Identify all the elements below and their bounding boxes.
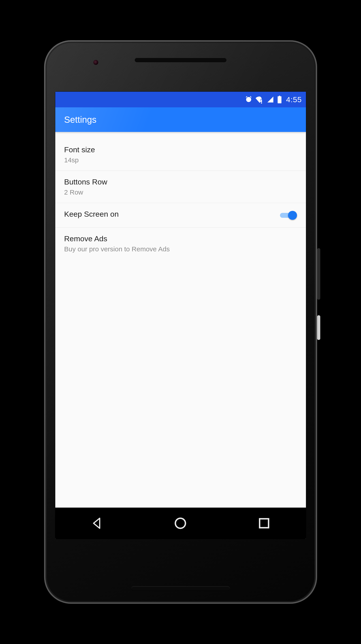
volume-button <box>317 248 320 300</box>
bottom-speaker <box>131 586 230 591</box>
setting-item-buttons-row[interactable]: Buttons Row 2 Row <box>55 171 306 203</box>
setting-value: 14sp <box>64 156 297 164</box>
svg-rect-1 <box>261 103 262 104</box>
keep-screen-toggle[interactable] <box>280 211 297 220</box>
setting-title: Buttons Row <box>64 178 297 186</box>
wifi-icon <box>256 96 264 104</box>
setting-value: Buy our pro version to Remove Ads <box>64 245 297 253</box>
svg-point-2 <box>175 518 186 528</box>
svg-rect-3 <box>260 519 269 528</box>
status-clock: 4:55 <box>286 95 302 104</box>
front-camera <box>93 60 98 65</box>
svg-rect-0 <box>261 100 262 102</box>
phone-frame: 4:55 Settings Font size 14sp <box>44 40 317 604</box>
status-bar: 4:55 <box>55 92 306 107</box>
alarm-icon <box>245 96 252 103</box>
settings-list: Font size 14sp Buttons Row 2 Row Keep Sc… <box>55 132 306 508</box>
setting-title: Keep Screen on <box>64 210 275 218</box>
screen: 4:55 Settings Font size 14sp <box>55 92 306 539</box>
setting-item-keep-screen[interactable]: Keep Screen on <box>55 203 306 228</box>
setting-title: Font size <box>64 145 297 154</box>
nav-back-button[interactable] <box>90 516 104 530</box>
app-bar: Settings <box>55 107 306 132</box>
cellular-icon <box>267 96 274 103</box>
setting-title: Remove Ads <box>64 234 297 243</box>
battery-icon <box>277 96 282 103</box>
earpiece <box>135 58 226 62</box>
setting-item-font-size[interactable]: Font size 14sp <box>55 139 306 171</box>
power-button <box>317 315 320 340</box>
page-title: Settings <box>64 115 97 125</box>
setting-item-remove-ads[interactable]: Remove Ads Buy our pro version to Remove… <box>55 228 306 260</box>
nav-home-button[interactable] <box>174 516 187 530</box>
setting-value: 2 Row <box>64 188 297 196</box>
android-nav-bar <box>55 508 306 539</box>
device-mockup-stage: 4:55 Settings Font size 14sp <box>0 0 361 644</box>
toggle-thumb <box>288 211 297 220</box>
nav-recent-button[interactable] <box>257 516 271 530</box>
